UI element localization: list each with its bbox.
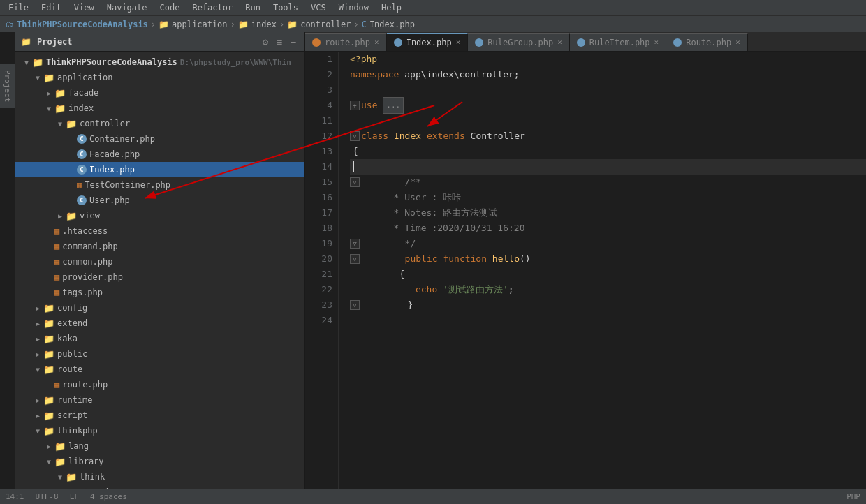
tree-extend-label: extend [57, 318, 87, 328]
tree-route-php[interactable]: ▦ route.php [15, 377, 304, 392]
ln-14: 14 [311, 159, 332, 175]
code-line-14[interactable] [350, 159, 866, 175]
tree-lang[interactable]: ▶ 📁 lang [15, 438, 304, 454]
tree-command-php[interactable]: ▦ command.php [15, 239, 304, 254]
ln-12: 12 [311, 128, 332, 144]
tree-thinkphp-label: thinkphp [57, 426, 98, 436]
menu-file[interactable]: File [3, 1, 34, 14]
code-public-kw: public [361, 251, 438, 267]
breadcrumb-index[interactable]: index [251, 20, 277, 29]
tree-tags-label: tags.php [62, 288, 103, 297]
menu-vcs[interactable]: VCS [305, 1, 332, 14]
fold-icon-comment[interactable]: ▽ [350, 177, 360, 187]
tab-close-route2[interactable]: × [735, 38, 740, 47]
tree-route[interactable]: ▼ 📁 route [15, 362, 304, 377]
vertical-project-tab[interactable]: Project [0, 64, 15, 108]
folder-icon-extend: 📁 [43, 318, 54, 329]
tab-close-route[interactable]: × [374, 38, 379, 47]
editor-area: route.php × Index.php × RuleGroup.php × … [305, 32, 866, 489]
menu-tools[interactable]: Tools [267, 1, 304, 14]
code-area[interactable]: <?php namespace app\index\controller; + … [339, 52, 866, 489]
sidebar-collapse-icon[interactable]: − [288, 36, 299, 47]
tree-arrow-library: ▼ [43, 458, 54, 466]
tab-rulegroup-php[interactable]: RuleGroup.php × [468, 33, 570, 51]
sidebar-settings-icon[interactable]: ≡ [274, 36, 285, 47]
tree-facade[interactable]: ▶ 📁 facade [15, 85, 304, 101]
cursor [353, 161, 354, 172]
menu-window[interactable]: Window [333, 1, 374, 14]
code-open-brace-13: { [350, 144, 358, 159]
code-line-19: ▽ */ [350, 236, 866, 251]
menu-run[interactable]: Run [240, 1, 266, 14]
menu-edit[interactable]: Edit [36, 1, 67, 14]
tree-runtime[interactable]: ▶ 📁 runtime [15, 392, 304, 408]
menu-help[interactable]: Help [376, 1, 407, 14]
tree-library[interactable]: ▼ 📁 library [15, 454, 304, 469]
code-line-20: ▽ public function hello () [350, 251, 866, 267]
tree-kaka[interactable]: ▶ 📁 kaka [15, 331, 304, 346]
menu-view[interactable]: View [68, 1, 100, 14]
fold-icon-comment-end[interactable]: ▽ [350, 239, 360, 249]
fold-icon-class[interactable]: ▽ [350, 131, 360, 141]
code-line-13: { [350, 144, 866, 159]
tree-arrow-think: ▼ [54, 473, 66, 481]
menu-refactor[interactable]: Refactor [186, 1, 238, 14]
tree-index-label: index [68, 103, 94, 113]
fold-icon-close[interactable]: ▽ [350, 300, 360, 310]
tree-arrow-route: ▼ [32, 366, 43, 373]
tree-arrow-root: ▼ [21, 59, 32, 66]
tree-view[interactable]: ▶ 📁 view [15, 208, 304, 223]
tree-extend[interactable]: ▶ 📁 extend [15, 316, 304, 331]
tab-index-php[interactable]: Index.php × [387, 33, 469, 51]
tree-facade-php[interactable]: C Facade.php [15, 147, 304, 162]
tree-htaccess[interactable]: ▦ .htaccess [15, 223, 304, 239]
tab-close-index[interactable]: × [456, 38, 461, 47]
tree-index[interactable]: ▼ 📁 index [15, 101, 304, 116]
tree-arrow-extend: ▶ [32, 320, 43, 327]
editor-content: 1 2 3 4 11 12 13 14 15 16 17 18 19 20 21… [305, 52, 866, 489]
tree-testcontainer-php[interactable]: ▦ TestContainer.php [15, 177, 304, 193]
menu-code[interactable]: Code [154, 1, 186, 14]
breadcrumb-project[interactable]: ThinkPHPSourceCodeAnalysis [17, 20, 148, 29]
php-c-icon-facade: C [77, 149, 87, 159]
menu-navigate[interactable]: Navigate [101, 1, 153, 14]
folder-icon-facade: 📁 [54, 88, 66, 98]
ln-24: 24 [311, 313, 332, 328]
breadcrumb-file[interactable]: Index.php [369, 20, 415, 29]
tab-bar: route.php × Index.php × RuleGroup.php × … [305, 32, 866, 52]
code-line-16: * User : 咔咔 [350, 190, 866, 205]
sidebar-gear-icon[interactable]: ⚙ [260, 36, 271, 47]
tab-close-ruleitem[interactable]: × [654, 38, 659, 47]
tree-common-php[interactable]: ▦ common.php [15, 254, 304, 269]
tab-icon-rulegroup [475, 38, 483, 47]
tree-index-php[interactable]: C Index.php [15, 162, 304, 177]
breadcrumb-application[interactable]: application [172, 20, 227, 29]
tree-public[interactable]: ▶ 📁 public [15, 346, 304, 362]
tree-script[interactable]: ▶ 📁 script [15, 408, 304, 423]
folder-icon-kaka: 📁 [43, 334, 54, 344]
tree-arrow-runtime: ▶ [32, 396, 43, 404]
tree-controller[interactable]: ▼ 📁 controller [15, 116, 304, 131]
tree-tags-php[interactable]: ▦ tags.php [15, 285, 304, 300]
tree-provider-php[interactable]: ▦ provider.php [15, 269, 304, 285]
tree-application[interactable]: ▼ 📁 application [15, 70, 304, 85]
tab-ruleitem-php[interactable]: RuleItem.php × [570, 33, 666, 51]
tree-app-label: application [57, 73, 112, 82]
tree-root[interactable]: ▼ 📁 ThinkPHPSourceCodeAnalysis D:\phpstu… [15, 54, 304, 70]
ln-16: 16 [311, 190, 332, 205]
tree-user-php[interactable]: C User.php [15, 193, 304, 208]
tab-route2-php[interactable]: Route.php × [666, 33, 748, 51]
fold-icon-function[interactable]: ▽ [350, 254, 360, 264]
code-comment-start: /** [361, 175, 421, 190]
breadcrumb-controller[interactable]: controller [300, 20, 351, 29]
use-expand-dots[interactable]: ... [383, 97, 404, 114]
tree-container-php[interactable]: C Container.php [15, 131, 304, 147]
tab-route-php[interactable]: route.php × [305, 33, 387, 51]
ln-17: 17 [311, 205, 332, 221]
tree-config[interactable]: ▶ 📁 config [15, 300, 304, 316]
fold-icon-use[interactable]: + [350, 101, 360, 110]
tree-thinkphp[interactable]: ▼ 📁 thinkphp [15, 423, 304, 438]
tree-think[interactable]: ▼ 📁 think [15, 469, 304, 484]
tree-cache[interactable]: ▶ 📁 cache [15, 484, 304, 489]
tab-close-rulegroup[interactable]: × [557, 38, 562, 47]
